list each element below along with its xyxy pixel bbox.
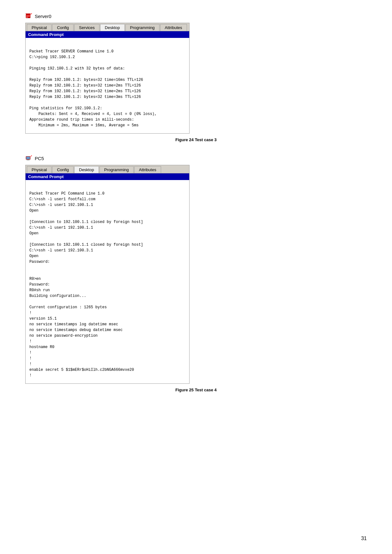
tab-services-1[interactable]: Services [74, 24, 100, 31]
figure-25-section: PC5 Physical Config Desktop Programming … [25, 155, 367, 392]
figure-24-section: Server0 Physical Config Services Desktop… [25, 13, 367, 142]
tab-programming-2[interactable]: Programming [100, 166, 134, 173]
tab-attributes-2[interactable]: Attributes [134, 166, 161, 173]
svg-rect-1 [26, 15, 30, 16]
server0-window: Physical Config Services Desktop Program… [25, 23, 190, 134]
svg-rect-9 [27, 160, 29, 160]
pc5-window: Physical Config Desktop Programming Attr… [25, 165, 190, 384]
tab-desktop-2[interactable]: Desktop [74, 166, 99, 173]
device-name-server0: Server0 [35, 14, 51, 19]
terminal-output-2: Packet Tracer PC Command Line 1.0 C:\>ss… [26, 180, 189, 383]
page-number: 31 [361, 536, 367, 541]
server-icon [25, 13, 32, 20]
device-name-pc5: PC5 [35, 156, 44, 161]
tab-physical-2[interactable]: Physical [27, 166, 51, 173]
device-header-pc5: PC5 [25, 155, 367, 162]
tab-physical-1[interactable]: Physical [27, 24, 51, 31]
svg-rect-2 [26, 16, 30, 17]
device-header-server0: Server0 [25, 13, 367, 20]
svg-marker-4 [26, 14, 31, 15]
svg-rect-3 [26, 17, 28, 18]
tab-config-2[interactable]: Config [52, 166, 74, 173]
figure-25-caption: Figure 25 Test case 4 [25, 388, 367, 392]
command-prompt-bar-1[interactable]: Command Prompt [26, 31, 189, 38]
tab-config-1[interactable]: Config [52, 24, 74, 31]
pc5-tabs: Physical Config Desktop Programming Attr… [26, 165, 189, 173]
terminal-output-1: Packet Tracer SERVER Command Line 1.0 C:… [26, 38, 189, 133]
tab-programming-1[interactable]: Programming [125, 24, 160, 31]
pc-icon [25, 155, 32, 162]
tab-desktop-1[interactable]: Desktop [100, 24, 125, 31]
server0-tabs: Physical Config Services Desktop Program… [26, 23, 189, 31]
svg-rect-10 [27, 160, 30, 160]
svg-rect-8 [26, 157, 30, 159]
command-prompt-bar-2[interactable]: Command Prompt [26, 173, 189, 180]
figure-24-caption: Figure 24 Test case 3 [25, 137, 367, 142]
tab-attributes-1[interactable]: Attributes [160, 24, 187, 31]
